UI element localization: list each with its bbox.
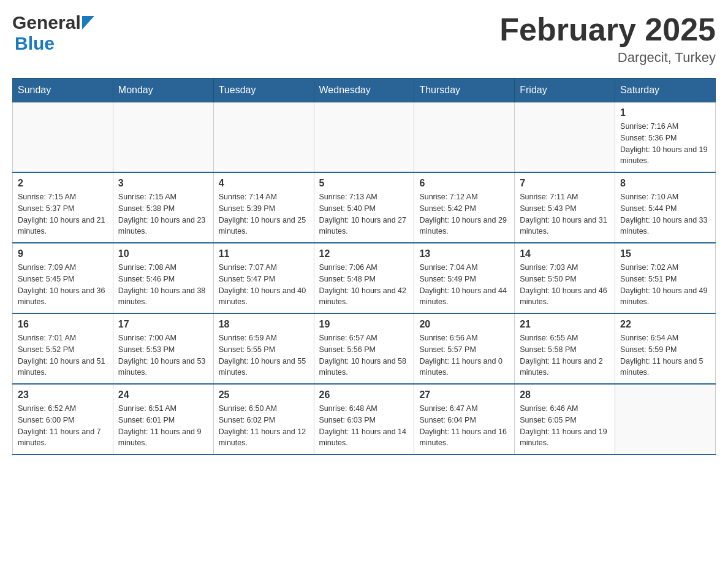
column-header-saturday: Saturday xyxy=(615,79,716,102)
day-info: Sunrise: 7:11 AMSunset: 5:43 PMDaylight:… xyxy=(520,191,610,237)
calendar-title: February 2025 xyxy=(499,12,716,47)
day-number: 8 xyxy=(620,178,710,189)
calendar-cell: 9Sunrise: 7:09 AMSunset: 5:45 PMDaylight… xyxy=(13,243,113,313)
day-info: Sunrise: 7:03 AMSunset: 5:50 PMDaylight:… xyxy=(520,262,610,308)
day-number: 18 xyxy=(219,319,309,330)
day-info: Sunrise: 7:09 AMSunset: 5:45 PMDaylight:… xyxy=(18,262,108,308)
calendar-cell: 13Sunrise: 7:04 AMSunset: 5:49 PMDayligh… xyxy=(414,243,515,313)
svg-marker-0 xyxy=(82,16,94,29)
calendar-cell: 1Sunrise: 7:16 AMSunset: 5:36 PMDaylight… xyxy=(615,102,716,173)
day-number: 7 xyxy=(520,178,610,189)
day-number: 2 xyxy=(18,178,108,189)
day-info: Sunrise: 7:04 AMSunset: 5:49 PMDaylight:… xyxy=(419,262,509,308)
day-info: Sunrise: 6:46 AMSunset: 6:05 PMDaylight:… xyxy=(520,403,610,449)
day-number: 3 xyxy=(118,178,208,189)
day-info: Sunrise: 7:07 AMSunset: 5:47 PMDaylight:… xyxy=(219,262,309,308)
day-number: 11 xyxy=(219,248,309,259)
day-number: 22 xyxy=(620,319,710,330)
calendar-cell: 3Sunrise: 7:15 AMSunset: 5:38 PMDaylight… xyxy=(113,172,213,243)
logo-arrow-icon xyxy=(82,16,94,32)
calendar-cell: 5Sunrise: 7:13 AMSunset: 5:40 PMDaylight… xyxy=(314,172,414,243)
day-number: 28 xyxy=(520,389,610,400)
calendar-cell: 15Sunrise: 7:02 AMSunset: 5:51 PMDayligh… xyxy=(615,243,716,313)
calendar-cell: 23Sunrise: 6:52 AMSunset: 6:00 PMDayligh… xyxy=(13,384,113,454)
day-number: 5 xyxy=(319,178,409,189)
calendar-cell: 11Sunrise: 7:07 AMSunset: 5:47 PMDayligh… xyxy=(213,243,314,313)
logo-blue-text: Blue xyxy=(15,33,55,53)
day-number: 16 xyxy=(18,319,108,330)
logo: General Blue xyxy=(12,12,94,54)
calendar-cell: 24Sunrise: 6:51 AMSunset: 6:01 PMDayligh… xyxy=(113,384,213,454)
calendar-cell xyxy=(615,384,716,454)
day-number: 17 xyxy=(118,319,208,330)
day-info: Sunrise: 7:15 AMSunset: 5:38 PMDaylight:… xyxy=(118,191,208,237)
day-number: 23 xyxy=(18,389,108,400)
day-info: Sunrise: 6:55 AMSunset: 5:58 PMDaylight:… xyxy=(520,332,610,378)
day-info: Sunrise: 6:51 AMSunset: 6:01 PMDaylight:… xyxy=(118,403,208,449)
day-number: 20 xyxy=(419,319,509,330)
column-header-sunday: Sunday xyxy=(13,79,113,102)
calendar-cell: 27Sunrise: 6:47 AMSunset: 6:04 PMDayligh… xyxy=(414,384,515,454)
calendar-cell: 25Sunrise: 6:50 AMSunset: 6:02 PMDayligh… xyxy=(213,384,314,454)
day-number: 14 xyxy=(520,248,610,259)
page-header: General Blue February 2025 Dargecit, Tur… xyxy=(12,12,716,66)
day-info: Sunrise: 6:54 AMSunset: 5:59 PMDaylight:… xyxy=(620,332,710,378)
day-number: 6 xyxy=(419,178,509,189)
calendar-cell: 4Sunrise: 7:14 AMSunset: 5:39 PMDaylight… xyxy=(213,172,314,243)
day-info: Sunrise: 7:02 AMSunset: 5:51 PMDaylight:… xyxy=(620,262,710,308)
column-header-monday: Monday xyxy=(113,79,213,102)
day-info: Sunrise: 6:57 AMSunset: 5:56 PMDaylight:… xyxy=(319,332,409,378)
day-number: 13 xyxy=(419,248,509,259)
calendar-cell: 8Sunrise: 7:10 AMSunset: 5:44 PMDaylight… xyxy=(615,172,716,243)
day-info: Sunrise: 7:12 AMSunset: 5:42 PMDaylight:… xyxy=(419,191,509,237)
calendar-cell: 18Sunrise: 6:59 AMSunset: 5:55 PMDayligh… xyxy=(213,313,314,384)
day-info: Sunrise: 7:13 AMSunset: 5:40 PMDaylight:… xyxy=(319,191,409,237)
calendar-cell xyxy=(314,102,414,173)
day-number: 12 xyxy=(319,248,409,259)
calendar-subtitle: Dargecit, Turkey xyxy=(499,50,716,66)
calendar-header-row: SundayMondayTuesdayWednesdayThursdayFrid… xyxy=(13,79,716,102)
calendar-cell xyxy=(213,102,314,173)
day-info: Sunrise: 7:14 AMSunset: 5:39 PMDaylight:… xyxy=(219,191,309,237)
calendar-week-row: 16Sunrise: 7:01 AMSunset: 5:52 PMDayligh… xyxy=(13,313,716,384)
logo-general-text: General xyxy=(12,12,81,33)
day-info: Sunrise: 7:06 AMSunset: 5:48 PMDaylight:… xyxy=(319,262,409,308)
day-info: Sunrise: 7:01 AMSunset: 5:52 PMDaylight:… xyxy=(18,332,108,378)
day-info: Sunrise: 7:08 AMSunset: 5:46 PMDaylight:… xyxy=(118,262,208,308)
day-info: Sunrise: 6:47 AMSunset: 6:04 PMDaylight:… xyxy=(419,403,509,449)
day-info: Sunrise: 7:16 AMSunset: 5:36 PMDaylight:… xyxy=(620,121,710,167)
day-number: 27 xyxy=(419,389,509,400)
day-info: Sunrise: 6:56 AMSunset: 5:57 PMDaylight:… xyxy=(419,332,509,378)
calendar-cell: 2Sunrise: 7:15 AMSunset: 5:37 PMDaylight… xyxy=(13,172,113,243)
calendar-table: SundayMondayTuesdayWednesdayThursdayFrid… xyxy=(12,78,716,455)
column-header-tuesday: Tuesday xyxy=(213,79,314,102)
calendar-week-row: 1Sunrise: 7:16 AMSunset: 5:36 PMDaylight… xyxy=(13,102,716,173)
calendar-week-row: 9Sunrise: 7:09 AMSunset: 5:45 PMDaylight… xyxy=(13,243,716,313)
title-block: February 2025 Dargecit, Turkey xyxy=(499,12,716,66)
calendar-cell: 26Sunrise: 6:48 AMSunset: 6:03 PMDayligh… xyxy=(314,384,414,454)
calendar-cell: 20Sunrise: 6:56 AMSunset: 5:57 PMDayligh… xyxy=(414,313,515,384)
day-info: Sunrise: 6:59 AMSunset: 5:55 PMDaylight:… xyxy=(219,332,309,378)
calendar-cell: 7Sunrise: 7:11 AMSunset: 5:43 PMDaylight… xyxy=(515,172,615,243)
calendar-cell xyxy=(414,102,515,173)
calendar-cell: 10Sunrise: 7:08 AMSunset: 5:46 PMDayligh… xyxy=(113,243,213,313)
calendar-cell: 12Sunrise: 7:06 AMSunset: 5:48 PMDayligh… xyxy=(314,243,414,313)
day-info: Sunrise: 6:52 AMSunset: 6:00 PMDaylight:… xyxy=(18,403,108,449)
calendar-cell: 21Sunrise: 6:55 AMSunset: 5:58 PMDayligh… xyxy=(515,313,615,384)
calendar-cell: 28Sunrise: 6:46 AMSunset: 6:05 PMDayligh… xyxy=(515,384,615,454)
day-number: 4 xyxy=(219,178,309,189)
calendar-cell: 6Sunrise: 7:12 AMSunset: 5:42 PMDaylight… xyxy=(414,172,515,243)
day-info: Sunrise: 7:10 AMSunset: 5:44 PMDaylight:… xyxy=(620,191,710,237)
day-info: Sunrise: 6:48 AMSunset: 6:03 PMDaylight:… xyxy=(319,403,409,449)
day-info: Sunrise: 7:15 AMSunset: 5:37 PMDaylight:… xyxy=(18,191,108,237)
day-info: Sunrise: 7:00 AMSunset: 5:53 PMDaylight:… xyxy=(118,332,208,378)
calendar-week-row: 2Sunrise: 7:15 AMSunset: 5:37 PMDaylight… xyxy=(13,172,716,243)
calendar-cell: 19Sunrise: 6:57 AMSunset: 5:56 PMDayligh… xyxy=(314,313,414,384)
calendar-cell: 22Sunrise: 6:54 AMSunset: 5:59 PMDayligh… xyxy=(615,313,716,384)
column-header-thursday: Thursday xyxy=(414,79,515,102)
calendar-week-row: 23Sunrise: 6:52 AMSunset: 6:00 PMDayligh… xyxy=(13,384,716,454)
day-number: 10 xyxy=(118,248,208,259)
day-number: 21 xyxy=(520,319,610,330)
calendar-cell: 17Sunrise: 7:00 AMSunset: 5:53 PMDayligh… xyxy=(113,313,213,384)
column-header-friday: Friday xyxy=(515,79,615,102)
